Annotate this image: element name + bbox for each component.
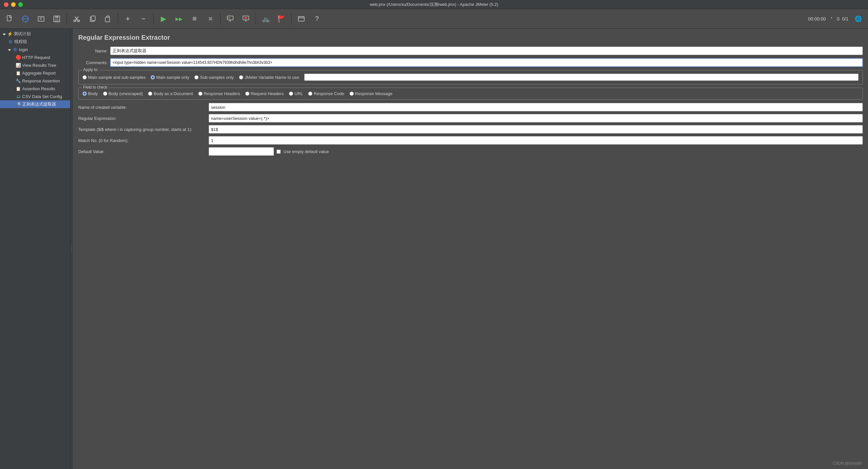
field-response-code-input[interactable] (308, 92, 312, 96)
sidebar-item-aggregate-report[interactable]: 📋 Aggregate Report (0, 69, 70, 77)
sidebar-item-label: CSV Data Set Config (22, 94, 62, 99)
radio-jmeter-var-input[interactable] (239, 75, 243, 79)
regex-input[interactable] (209, 114, 863, 123)
sidebar-item-assertion-results[interactable]: 📋 Assertion Results (0, 85, 70, 93)
remote-start-button[interactable]: 🚲 (258, 12, 273, 26)
field-url-input[interactable] (289, 92, 293, 96)
close-button[interactable] (4, 2, 8, 7)
radio-main-only[interactable]: Main sample only (151, 75, 189, 80)
regex-row: Regular Expression: (78, 114, 863, 123)
match-no-row: Match No. (0 for Random): (78, 136, 863, 145)
watermark: CSDN @0xhy89 (833, 461, 862, 466)
field-body-label: Body (88, 91, 98, 96)
template-row: Template ($i$ where i is capturing group… (78, 125, 863, 134)
new-button[interactable] (3, 12, 17, 26)
field-response-message[interactable]: Response Message (349, 91, 393, 96)
view-results-tree-icon: 📊 (16, 63, 21, 68)
field-request-headers[interactable]: Request Headers (245, 91, 284, 96)
paste-button[interactable] (101, 12, 115, 26)
field-body-document-input[interactable] (148, 92, 152, 96)
copy-button[interactable] (85, 12, 99, 26)
maximize-button[interactable] (18, 2, 23, 7)
aggregate-report-icon: 📋 (16, 70, 21, 75)
template-input[interactable] (209, 125, 863, 134)
title-bar: web.jmx (/Users/xu/Documents/压测/web.jmx)… (0, 0, 868, 9)
open-button[interactable] (34, 12, 48, 26)
sidebar-item-csv-data-set[interactable]: 🗂 CSV Data Set Config (0, 93, 70, 100)
expand-button[interactable]: + (121, 12, 135, 26)
regex-extractor-icon: 🔎 (16, 102, 21, 107)
remote-shut-button[interactable]: 🚩 (274, 12, 288, 26)
radio-main-only-input[interactable] (151, 75, 155, 79)
field-response-headers[interactable]: Response Headers (198, 91, 240, 96)
field-response-message-input[interactable] (349, 92, 354, 96)
comments-label: Comments: (78, 60, 107, 65)
start-button[interactable]: ▶ (156, 12, 170, 26)
field-url-label: URL (294, 91, 303, 96)
svg-rect-9 (91, 16, 95, 21)
radio-main-sub-input[interactable] (83, 75, 87, 79)
collapse-button[interactable]: − (136, 12, 151, 26)
field-body-unescaped-input[interactable] (103, 92, 107, 96)
default-value-input[interactable] (209, 147, 274, 156)
response-assertion-icon: 🔧 (16, 78, 21, 83)
cut-button[interactable] (69, 12, 84, 26)
details-table: Name of created variable: Regular Expres… (78, 103, 863, 156)
field-body-unescaped[interactable]: Body (unescaped) (103, 91, 143, 96)
stop-all-button[interactable]: ⏹ (187, 12, 202, 26)
minimize-button[interactable] (11, 2, 16, 7)
radio-sub-only-input[interactable] (194, 75, 198, 79)
sidebar-item-regex-extractor[interactable]: 🔎 正则表达式提取器 (0, 100, 70, 108)
radio-jmeter-var[interactable]: JMeter Variable Name to use (239, 75, 299, 80)
comments-input[interactable] (110, 58, 863, 67)
created-var-input[interactable] (209, 103, 863, 111)
use-empty-checkbox[interactable] (277, 149, 281, 154)
match-no-input[interactable] (209, 136, 863, 145)
template-label: Template ($i$ where i is capturing group… (78, 127, 209, 132)
sidebar-item-thread-group[interactable]: ⚙ 线程组 (0, 38, 70, 45)
field-request-headers-input[interactable] (245, 92, 249, 96)
save-button[interactable] (50, 12, 64, 26)
name-input[interactable] (110, 46, 863, 55)
radio-sub-only[interactable]: Sub-samples only (194, 75, 234, 80)
field-body-document[interactable]: Body as a Document (148, 91, 193, 96)
triangle-down-icon2 (8, 47, 11, 52)
regex-label: Regular Expression: (78, 116, 209, 121)
remote-stop-all-button[interactable] (239, 12, 253, 26)
remote-connect-button[interactable]: 🌐 (851, 12, 865, 26)
resize-handle[interactable]: ⋮ (70, 29, 73, 469)
comments-row: Comments: (78, 58, 863, 67)
field-body-input[interactable] (83, 92, 87, 96)
sidebar-item-view-results-tree[interactable]: 📊 View Results Tree (0, 61, 70, 69)
field-response-code[interactable]: Response Code (308, 91, 344, 96)
field-body[interactable]: Body (83, 91, 98, 96)
sidebar-item-http-request[interactable]: 🔴 HTTP Request (0, 54, 70, 61)
template-button[interactable] (18, 12, 33, 26)
remote-start-all-button[interactable] (223, 12, 237, 26)
field-response-headers-input[interactable] (198, 92, 203, 96)
field-url[interactable]: URL (289, 91, 303, 96)
sidebar-item-test-plan[interactable]: ⚡ 测试计划 (0, 30, 70, 38)
sidebar-item-label: login (19, 47, 28, 52)
apply-to-legend: Apply to: (82, 67, 100, 72)
csv-icon: 🗂 (16, 94, 21, 99)
sidebar-item-response-assertion[interactable]: 🔧 Response Assertion (0, 77, 70, 85)
sidebar-item-label: View Results Tree (22, 63, 56, 68)
use-empty-checkbox-label[interactable]: Use empty default value (277, 149, 329, 154)
help-button[interactable]: ? (310, 12, 324, 26)
radio-main-sub[interactable]: Main sample and sub-samples (83, 75, 146, 80)
default-value-row: Default Value: Use empty default value (78, 147, 863, 156)
field-response-code-label: Response Code (314, 91, 344, 96)
radio-main-only-label: Main sample only (156, 75, 189, 80)
svg-point-13 (229, 17, 230, 18)
default-value-label: Default Value: (78, 149, 209, 154)
radio-sub-only-label: Sub-samples only (200, 75, 234, 80)
start-no-pause-button[interactable]: ▶▶ (172, 12, 186, 26)
clear-button[interactable] (294, 12, 308, 26)
assertion-results-icon: 📋 (16, 86, 21, 91)
radio-jmeter-var-label: JMeter Variable Name to use (245, 75, 299, 80)
shutdown-button[interactable]: ✖ (203, 12, 217, 26)
sidebar-item-login[interactable]: ⚙ login (0, 45, 70, 54)
jmeter-var-input[interactable] (304, 74, 859, 81)
field-response-message-label: Response Message (355, 91, 393, 96)
